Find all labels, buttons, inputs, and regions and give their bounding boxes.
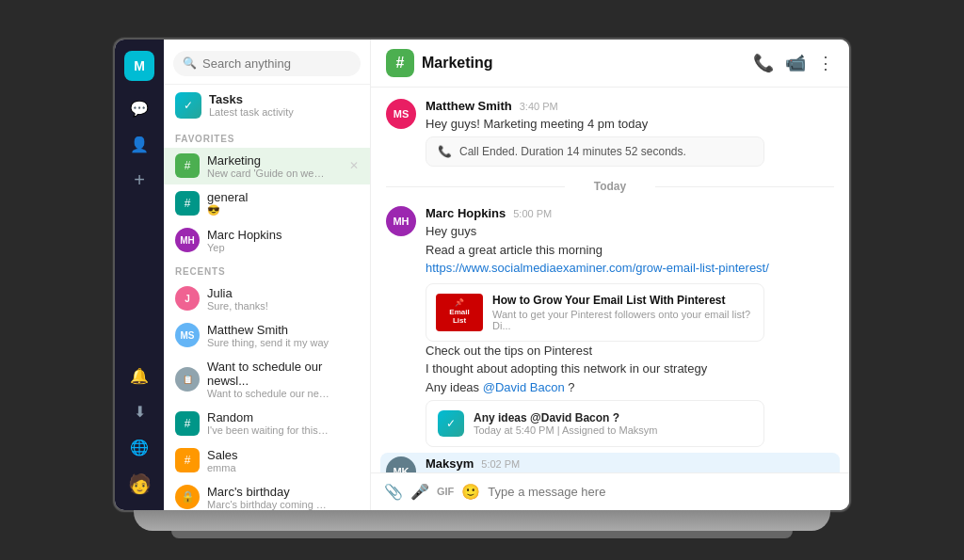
day-divider-today: Today — [386, 180, 834, 193]
task-card-title: Any ideas @David Bacon ? — [474, 411, 657, 424]
tasks-label: Tasks — [209, 92, 294, 106]
sidebar-item-general[interactable]: # general 😎 — [164, 184, 370, 222]
icon-bar: M 💬 👤 + 🔔 ⬇ 🌐 🧑 — [115, 40, 164, 510]
marketing-text: Marketing New card 'Guide on website o..… — [207, 153, 329, 179]
sidebar-item-newsletter[interactable]: 📋 Want to schedule our newsl... Want to … — [164, 354, 370, 405]
sidebar-item-sales[interactable]: # Sales emma — [164, 442, 370, 479]
msg-author-mh: Marc Hopkins — [426, 206, 506, 220]
search-icon: 🔍 — [183, 56, 197, 70]
attach-icon[interactable]: 📎 — [384, 483, 403, 501]
channel-hash-icon: # — [386, 49, 414, 77]
msg-author-ms: Matthew Smith — [426, 99, 512, 113]
general-preview: 😎 — [207, 204, 248, 216]
sidebar-search-section: 🔍 — [164, 40, 370, 85]
tasks-sublabel: Latest task activity — [209, 106, 294, 118]
bell-nav-icon[interactable]: 🔔 — [124, 361, 154, 392]
article-link[interactable]: https://www.socialmediaexaminer.com/grow… — [426, 261, 769, 275]
avatar-matthew-chat: MS — [386, 99, 416, 129]
favorites-section-label: FAVORITES — [164, 126, 370, 148]
video-icon[interactable]: 📹 — [785, 53, 806, 73]
general-name: general — [207, 190, 248, 204]
marketing-preview: New card 'Guide on website o... — [207, 168, 329, 179]
birthday-preview: Marc's birthday coming soon. — [207, 499, 329, 510]
contacts-nav-icon[interactable]: 👤 — [124, 130, 154, 160]
chat-input-bar: 📎 🎤 GIF 🙂 — [371, 472, 849, 510]
link-preview-card: 📌EmailList How to Grow Your Email List W… — [426, 283, 764, 342]
sidebar-item-marc-hopkins[interactable]: MH Marc Hopkins Yep — [164, 222, 370, 259]
msg-author-maksym: Maksym — [426, 456, 474, 471]
channel-icon-sales: # — [175, 448, 200, 472]
user-avatar[interactable]: M — [124, 51, 154, 81]
mic-icon[interactable]: 🎤 — [410, 483, 429, 501]
random-name: Random — [207, 410, 329, 424]
search-box[interactable]: 🔍 — [173, 51, 361, 76]
msg-text-mh-hey: Hey guys — [426, 222, 834, 241]
matthew-name: Matthew Smith — [207, 323, 329, 337]
message-marc-hopkins: MH Marc Hopkins 5:00 PM Hey guys Read a … — [386, 206, 834, 447]
phone-icon[interactable]: 📞 — [753, 53, 774, 73]
avatar-maksym: MK — [386, 456, 416, 472]
sidebar: 🔍 ✓ Tasks Latest task activity FAVORITES… — [164, 40, 371, 510]
call-ended-box: 📞 Call Ended. Duration 14 minutes 52 sec… — [426, 136, 764, 167]
chat-nav-icon[interactable]: 💬 — [124, 94, 154, 124]
link-preview-desc: Want to get your Pinterest followers ont… — [492, 309, 754, 331]
channel-icon-random: # — [175, 411, 200, 436]
avatar-julia: J — [175, 286, 200, 311]
call-ended-text: Call Ended. Duration 14 minutes 52 secon… — [459, 145, 686, 158]
profile-nav-icon[interactable]: 🧑 — [124, 469, 154, 499]
message-matthew-smith: MS Matthew Smith 3:40 PM Hey guys! Marke… — [386, 99, 834, 168]
avatar-newsletter: 📋 — [175, 367, 200, 392]
recents-section-label: RECENTS — [164, 259, 370, 280]
task-card-text: Any ideas @David Bacon ? Today at 5:40 P… — [474, 411, 657, 436]
input-actions: 📎 🎤 GIF 🙂 — [384, 483, 480, 501]
channel-icon-general: # — [175, 191, 200, 216]
marc-hopkins-text: Marc Hopkins Yep — [207, 228, 281, 253]
avatar-matthew-sidebar: MS — [175, 323, 200, 347]
channel-name: Marketing — [422, 55, 746, 72]
mention-david: @David Bacon — [483, 380, 565, 394]
julia-preview: Sure, thanks! — [207, 300, 268, 312]
sidebar-item-matthew-smith[interactable]: MS Matthew Smith Sure thing, send it my … — [164, 317, 370, 354]
msg-text-mh-ideas: Any ideas @David Bacon ? — [426, 378, 834, 397]
message-content-maksym: Maksym 5:02 PM Hm..we've already discuss… — [426, 456, 834, 472]
birthday-text: Marc's birthday Marc's birthday coming s… — [207, 485, 329, 510]
msg-text-mh-tips: Check out the tips on Pinterest — [426, 342, 834, 360]
tasks-icon: ✓ — [175, 92, 201, 119]
chat-header: # Marketing 📞 📹 ⋮ — [371, 40, 849, 88]
message-maksym: MK Maksym 5:02 PM Hm..we've already disc… — [380, 453, 840, 472]
add-nav-icon[interactable]: + — [124, 166, 154, 196]
avatar-marc-chat: MH — [386, 206, 416, 236]
search-input[interactable] — [202, 56, 351, 71]
matthew-preview: Sure thing, send it my way — [207, 337, 329, 348]
close-marketing-button[interactable]: ✕ — [349, 159, 359, 172]
gif-icon[interactable]: GIF — [437, 486, 454, 497]
message-input[interactable] — [488, 485, 836, 499]
avatar-marcs-birthday: 🔒 — [175, 485, 200, 509]
random-preview: I've been waiting for this 😄 — [207, 424, 329, 437]
general-text: general 😎 — [207, 190, 248, 216]
sidebar-item-marketing[interactable]: # Marketing New card 'Guide on website o… — [164, 148, 370, 184]
avatar-marc-hopkins: MH — [175, 228, 200, 252]
task-card-sub: Today at 5:40 PM | Assigned to Maksym — [474, 424, 657, 436]
message-content-ms: Matthew Smith 3:40 PM Hey guys! Marketin… — [426, 99, 834, 168]
tasks-item[interactable]: ✓ Tasks Latest task activity — [164, 85, 370, 126]
marketing-name: Marketing — [207, 153, 329, 168]
marc-hopkins-name: Marc Hopkins — [207, 228, 281, 242]
sidebar-item-julia[interactable]: J Julia Sure, thanks! — [164, 280, 370, 317]
more-icon[interactable]: ⋮ — [817, 53, 834, 73]
sales-preview: emma — [207, 462, 238, 473]
sidebar-item-random[interactable]: # Random I've been waiting for this 😄 — [164, 405, 370, 442]
link-preview-image: 📌EmailList — [436, 294, 483, 331]
download-nav-icon[interactable]: ⬇ — [124, 397, 154, 427]
marc-hopkins-preview: Yep — [207, 242, 281, 253]
msg-time-mh: 5:00 PM — [513, 208, 552, 219]
globe-nav-icon[interactable]: 🌐 — [124, 433, 154, 463]
sidebar-item-marcs-birthday[interactable]: 🔒 Marc's birthday Marc's birthday coming… — [164, 479, 370, 510]
task-card[interactable]: ✓ Any ideas @David Bacon ? Today at 5:40… — [426, 400, 764, 447]
msg-text-mh-article: Read a great article this morning https:… — [426, 241, 834, 278]
sales-text: Sales emma — [207, 448, 238, 473]
emoji-icon[interactable]: 🙂 — [461, 483, 480, 501]
msg-text-ms: Hey guys! Marketing meeting 4 pm today — [426, 115, 834, 134]
task-card-icon: ✓ — [438, 410, 464, 437]
chat-messages: MS Matthew Smith 3:40 PM Hey guys! Marke… — [371, 88, 849, 472]
